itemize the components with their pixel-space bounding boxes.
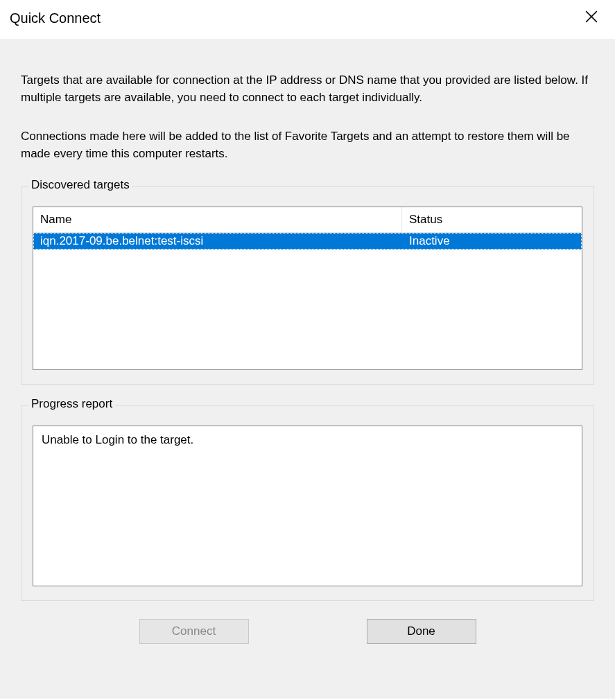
close-icon bbox=[585, 10, 598, 26]
column-header-status[interactable]: Status bbox=[402, 207, 582, 232]
target-name-cell: iqn.2017-09.be.belnet:test-iscsi bbox=[33, 233, 402, 250]
dialog-title: Quick Connect bbox=[10, 10, 101, 26]
button-row: Connect Done bbox=[21, 619, 594, 644]
description-text: Targets that are available for connectio… bbox=[21, 72, 594, 163]
targets-list-header: Name Status bbox=[33, 207, 582, 233]
targets-list-rows: iqn.2017-09.be.belnet:test-iscsi Inactiv… bbox=[33, 233, 582, 369]
progress-report-box: Unable to Login to the target. bbox=[33, 426, 582, 586]
connect-button: Connect bbox=[139, 619, 249, 644]
target-status-cell: Inactive bbox=[402, 233, 582, 250]
description-para-1: Targets that are available for connectio… bbox=[21, 72, 594, 106]
progress-report-group: Progress report Unable to Login to the t… bbox=[21, 405, 594, 601]
discovered-targets-group: Discovered targets Name Status iqn.2017-… bbox=[21, 186, 594, 385]
progress-message: Unable to Login to the target. bbox=[42, 433, 573, 447]
close-button[interactable] bbox=[578, 7, 605, 29]
description-para-2: Connections made here will be added to t… bbox=[21, 128, 594, 162]
discovered-targets-legend: Discovered targets bbox=[28, 178, 132, 192]
titlebar: Quick Connect bbox=[0, 0, 615, 39]
targets-list[interactable]: Name Status iqn.2017-09.be.belnet:test-i… bbox=[33, 207, 582, 370]
column-header-name[interactable]: Name bbox=[33, 207, 402, 232]
progress-report-legend: Progress report bbox=[28, 397, 115, 411]
table-row[interactable]: iqn.2017-09.be.belnet:test-iscsi Inactiv… bbox=[33, 233, 582, 250]
done-button[interactable]: Done bbox=[367, 619, 476, 644]
dialog-content: Targets that are available for connectio… bbox=[0, 39, 615, 699]
